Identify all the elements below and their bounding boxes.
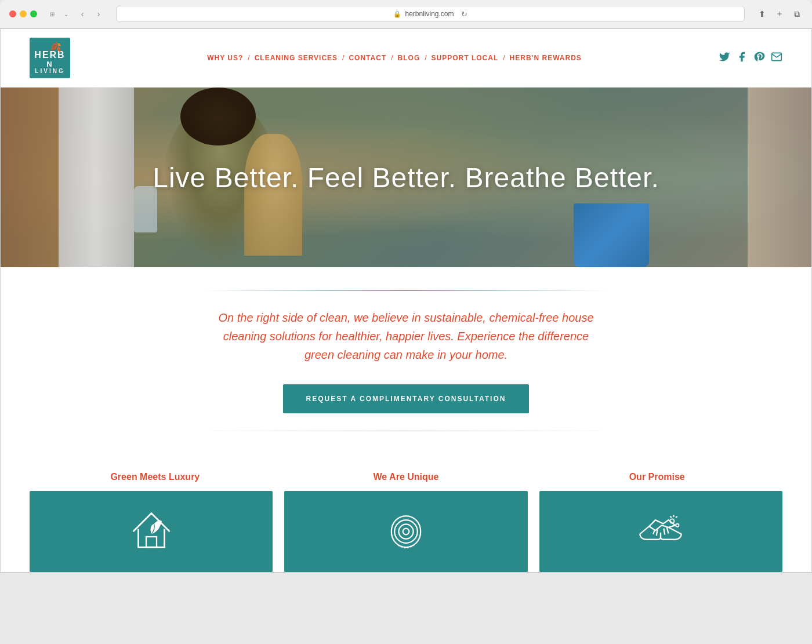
email-icon[interactable] xyxy=(771,51,782,66)
feature-title-1: Green Meets Luxury xyxy=(30,472,281,482)
main-content: On the right side of clean, we believe i… xyxy=(1,267,811,454)
cta-section: REQUEST A COMPLIMENTARY CONSULTATION xyxy=(30,384,782,413)
window-menu[interactable]: ⌄ xyxy=(61,9,71,19)
nav-sep-3: / xyxy=(391,54,393,62)
twitter-icon[interactable] xyxy=(719,51,730,66)
nav-sep-1: / xyxy=(248,54,249,62)
bottom-divider xyxy=(203,431,609,431)
top-divider xyxy=(203,290,609,291)
nav-herbn-rewards[interactable]: HERB'N REWARDS xyxy=(510,54,582,62)
svg-rect-0 xyxy=(146,537,157,547)
nav-contact[interactable]: CONTACT xyxy=(349,54,386,62)
hero-text-container: Live Better. Feel Better. Breathe Better… xyxy=(153,162,659,194)
close-button[interactable] xyxy=(9,10,16,17)
hero-section: Live Better. Feel Better. Breathe Better… xyxy=(1,88,811,267)
back-button[interactable]: ‹ xyxy=(77,8,88,20)
handshake-icon xyxy=(635,505,687,558)
logo-living: LIVING xyxy=(35,68,64,74)
feature-card-2[interactable] xyxy=(284,491,527,572)
logo-box: 🍂 HERB N LIVING xyxy=(30,38,70,78)
house-leaf-icon xyxy=(125,505,177,558)
maximize-button[interactable] xyxy=(30,10,37,17)
sidebar-toggle[interactable]: ⊞ xyxy=(48,9,57,19)
features-section: Green Meets Luxury We Are Unique Our Pro… xyxy=(1,454,811,572)
share-button[interactable]: ⬆ xyxy=(756,8,768,20)
address-bar[interactable]: 🔒 herbnliving.com ↻ xyxy=(116,6,745,22)
feature-cards xyxy=(30,491,782,572)
browser-chrome: ⊞ ⌄ ‹ › 🔒 herbnliving.com ↻ ⬆ ＋ ⧉ xyxy=(0,0,812,28)
nav-blog[interactable]: BLOG xyxy=(398,54,420,62)
lock-icon: 🔒 xyxy=(393,10,401,18)
site-header: 🍂 HERB N LIVING WHY US? / CLEANING SERVI… xyxy=(1,29,811,88)
traffic-lights xyxy=(9,10,37,17)
tabs-button[interactable]: ⧉ xyxy=(791,8,803,20)
fingerprint-icon xyxy=(380,505,432,558)
feature-title-2: We Are Unique xyxy=(281,472,532,482)
nav-sep-2: / xyxy=(342,54,344,62)
nav-cleaning-services[interactable]: CLEANING SERVICES xyxy=(255,54,338,62)
facebook-icon[interactable] xyxy=(736,51,748,66)
url-text: herbnliving.com xyxy=(405,10,454,18)
website-content: 🍂 HERB N LIVING WHY US? / CLEANING SERVI… xyxy=(0,28,812,573)
nav-why-us[interactable]: WHY US? xyxy=(207,54,243,62)
reload-icon: ↻ xyxy=(461,10,467,19)
feature-card-3[interactable] xyxy=(539,491,782,572)
new-tab-button[interactable]: ＋ xyxy=(774,8,785,20)
main-nav: WHY US? / CLEANING SERVICES / CONTACT / … xyxy=(207,54,582,62)
tagline-text: On the right side of clean, we believe i… xyxy=(209,308,603,364)
nav-sep-4: / xyxy=(425,54,426,62)
nav-support-local[interactable]: SUPPORT LOCAL xyxy=(432,54,499,62)
cta-button[interactable]: REQUEST A COMPLIMENTARY CONSULTATION xyxy=(283,384,530,413)
forward-button[interactable]: › xyxy=(93,8,104,20)
nav-sep-5: / xyxy=(503,54,505,62)
minimize-button[interactable] xyxy=(20,10,27,17)
logo-n: N xyxy=(46,60,53,68)
feature-title-3: Our Promise xyxy=(531,472,782,482)
social-icons xyxy=(719,51,782,66)
hero-headline: Live Better. Feel Better. Breathe Better… xyxy=(153,162,659,194)
pinterest-icon[interactable] xyxy=(753,51,765,66)
logo-area[interactable]: 🍂 HERB N LIVING xyxy=(30,38,70,78)
features-titles: Green Meets Luxury We Are Unique Our Pro… xyxy=(30,472,782,482)
svg-point-2 xyxy=(676,524,679,527)
logo-leaf-icon: 🍂 xyxy=(50,41,62,52)
feature-card-1[interactable] xyxy=(30,491,273,572)
